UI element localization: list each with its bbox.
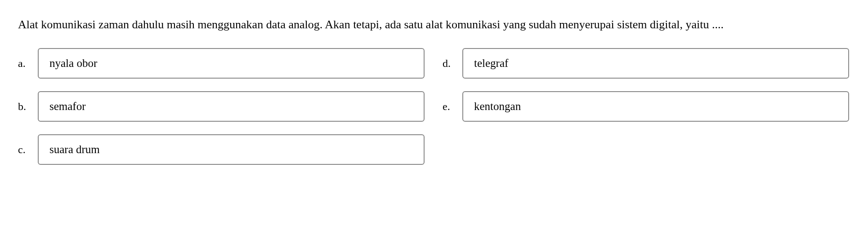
option-letter-c: c.: [18, 144, 31, 156]
option-box-e[interactable]: kentongan: [462, 91, 849, 122]
option-row-e: e. kentongan: [443, 91, 849, 122]
options-column-right: d. telegraf e. kentongan: [443, 48, 849, 165]
option-letter-b: b.: [18, 101, 31, 113]
options-container: a. nyala obor b. semafor c. suara drum d…: [18, 48, 850, 165]
option-box-a[interactable]: nyala obor: [38, 48, 425, 79]
option-letter-d: d.: [443, 57, 455, 70]
option-box-d[interactable]: telegraf: [462, 48, 849, 79]
question-text: Alat komunikasi zaman dahulu masih mengg…: [18, 13, 850, 35]
options-column-left: a. nyala obor b. semafor c. suara drum: [18, 48, 425, 165]
option-letter-a: a.: [18, 57, 31, 70]
option-row-c: c. suara drum: [18, 134, 425, 165]
option-letter-e: e.: [443, 101, 455, 113]
option-row-b: b. semafor: [18, 91, 425, 122]
option-row-a: a. nyala obor: [18, 48, 425, 79]
option-row-d: d. telegraf: [443, 48, 849, 79]
option-box-b[interactable]: semafor: [38, 91, 425, 122]
option-box-c[interactable]: suara drum: [38, 134, 425, 165]
